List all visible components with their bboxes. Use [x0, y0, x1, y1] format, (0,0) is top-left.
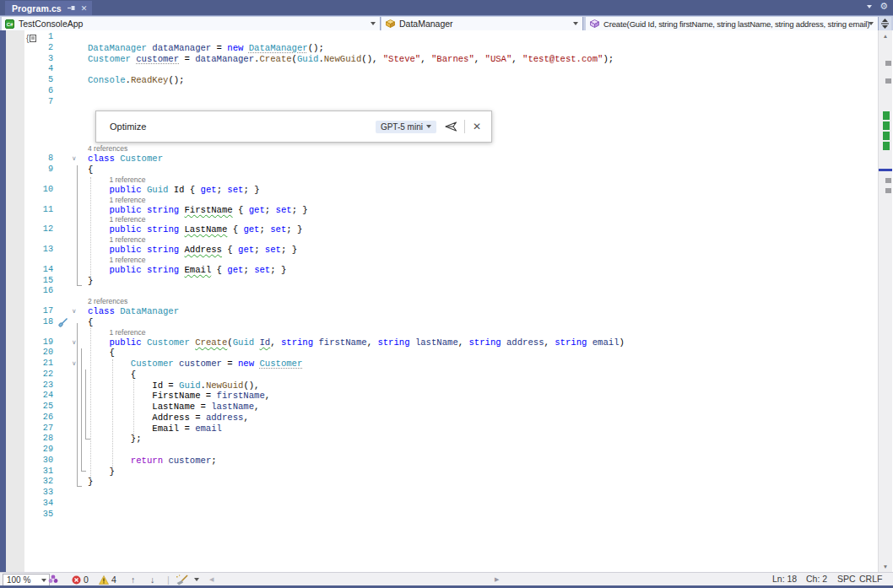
line-number: 34 [24, 499, 53, 510]
token: Customer [120, 154, 163, 164]
code-text: { [88, 348, 115, 359]
token: { [222, 245, 238, 255]
tab-program-cs[interactable]: Program.cs ✕ [5, 1, 92, 15]
token: string [377, 337, 409, 348]
copilot-status-icon[interactable] [48, 573, 58, 586]
error-count[interactable]: 0 [72, 573, 89, 586]
code-line: 32} [24, 477, 878, 488]
token: "test@test.com" [522, 54, 603, 64]
codelens-references[interactable]: 4 references [88, 144, 127, 154]
fold-margin [53, 380, 88, 391]
token: Guid [179, 380, 200, 391]
close-icon[interactable]: ✕ [81, 4, 88, 13]
chevron-down-icon[interactable] [573, 22, 578, 25]
codelens-references[interactable]: 2 references [88, 297, 127, 306]
codelens-references[interactable]: 1 reference [109, 175, 145, 185]
chevron-down-icon[interactable] [194, 578, 199, 581]
line-number: 17 [24, 306, 53, 317]
code-editor[interactable]: { 12DataManager dataManager = new DataMa… [0, 30, 893, 572]
fold-margin [53, 86, 88, 97]
fold-chevron-icon[interactable]: ∨ [72, 154, 77, 165]
scroll-up-icon[interactable]: ▲ [879, 33, 892, 39]
token: , [544, 337, 555, 348]
inline-chat-widget[interactable]: Optimize GPT-5 mini ✕ [95, 111, 492, 143]
type-dropdown[interactable]: DataManager [382, 17, 583, 30]
code-text: FirstName = firstName, [88, 391, 270, 402]
fold-margin [53, 43, 88, 54]
fold-margin [53, 477, 88, 488]
hscroll-left-icon[interactable]: ◀ [209, 573, 214, 586]
line-number: 29 [24, 445, 53, 456]
fold-margin [53, 97, 88, 108]
codelens-references[interactable]: 1 reference [109, 328, 145, 337]
codelens-references[interactable]: 1 reference [109, 215, 145, 224]
token: set [227, 185, 243, 195]
token: Guid [147, 185, 168, 195]
line-number: 30 [24, 456, 53, 467]
model-selector[interactable]: GPT-5 mini [376, 121, 436, 133]
fold-chevron-icon[interactable]: ∨ [72, 306, 77, 317]
token: , [458, 337, 469, 348]
token: = [211, 43, 227, 53]
token: get [249, 205, 265, 215]
token: = [179, 54, 195, 64]
chevron-down-icon[interactable] [867, 5, 872, 8]
code-text: Customer customer = dataManager.Create(G… [88, 54, 614, 65]
next-issue-icon[interactable]: ↓ [150, 573, 154, 586]
project-dropdown[interactable]: C# TestConsoleApp [2, 17, 381, 30]
code-line: 33 [24, 488, 878, 499]
line-number: 3 [24, 54, 53, 65]
prompt-input[interactable]: Optimize [110, 121, 376, 132]
member-dropdown[interactable]: Create(Guid Id, string firstName, string… [586, 17, 879, 30]
line-number: 20 [24, 348, 53, 359]
fold-margin: ∨ [53, 154, 88, 165]
hscroll-right-icon[interactable]: ▶ [495, 573, 499, 586]
chevron-down-icon [426, 125, 431, 128]
token: { [211, 265, 227, 275]
outline-guide [81, 348, 82, 472]
token: ; [243, 265, 254, 275]
token: public [109, 185, 141, 195]
fold-chevron-icon[interactable]: ∨ [72, 337, 77, 348]
token: (); [168, 75, 184, 85]
code-line: 6 [24, 86, 878, 97]
token: "USA" [485, 54, 512, 64]
codelens-references[interactable]: 1 reference [109, 196, 145, 205]
code-line: 35 [24, 510, 878, 521]
token: Email [184, 265, 211, 275]
token: dataManager [152, 43, 211, 53]
code-text: public Customer Create(Guid Id, string f… [88, 337, 625, 348]
tab-strip: Program.cs ✕ ⚙ [0, 0, 893, 15]
code-line: 28 }; [24, 434, 878, 445]
fold-chevron-icon[interactable]: ∨ [72, 359, 77, 370]
token: ReadKey [131, 75, 169, 85]
split-window-icon[interactable] [879, 17, 891, 30]
pushpin-icon[interactable] [68, 4, 76, 12]
line-number: 7 [24, 97, 53, 108]
token: Guid [233, 337, 254, 348]
token: ; } [281, 245, 297, 255]
codelens-references[interactable]: 1 reference [109, 256, 145, 265]
code-text: public string LastName { get; set; } [88, 224, 302, 235]
zoom-selector[interactable]: 100 % [3, 574, 50, 586]
indent-guide [90, 177, 91, 278]
token: ; [217, 185, 228, 195]
code-text: public string FirstName { get; set; } [88, 205, 308, 216]
token: string [147, 224, 179, 235]
token: (), [361, 54, 382, 64]
code-cleanup-icon[interactable] [176, 573, 199, 586]
tabstrip-controls: ⚙ [867, 2, 888, 11]
gear-icon[interactable]: ⚙ [879, 2, 888, 11]
line-number: 19 [24, 337, 53, 348]
close-icon[interactable]: ✕ [473, 121, 481, 132]
vertical-scrollbar[interactable]: ▲ ▼ [878, 30, 892, 572]
token: customer [168, 456, 211, 466]
prev-issue-icon[interactable]: ↑ [131, 573, 135, 586]
chevron-down-icon[interactable] [371, 22, 376, 25]
codelens-references[interactable]: 1 reference [109, 235, 145, 245]
chevron-down-icon[interactable] [869, 22, 874, 25]
send-icon[interactable] [445, 121, 457, 132]
warning-count[interactable]: 4 [99, 573, 116, 586]
scroll-down-icon[interactable]: ▼ [879, 564, 892, 569]
token: { [88, 348, 115, 358]
